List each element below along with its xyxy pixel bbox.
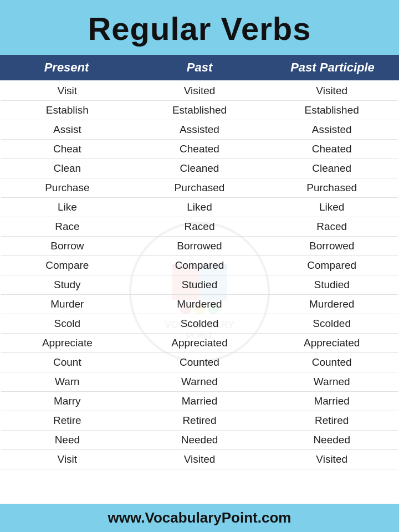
cell-past: Needed: [134, 431, 266, 449]
cell-past: Retired: [134, 411, 266, 430]
cell-participle: Visited: [265, 81, 398, 100]
cell-past: Liked: [134, 198, 266, 217]
cell-present: Establish: [1, 101, 134, 120]
cell-past: Assisted: [134, 120, 266, 139]
cell-participle: Appreciated: [265, 334, 398, 352]
cell-present: Visit: [1, 81, 134, 100]
cell-past: Raced: [134, 217, 266, 236]
cell-participle: Studied: [265, 275, 398, 294]
table-row: NeedNeededNeeded: [1, 431, 398, 450]
table-row: EstablishEstablishedEstablished: [1, 101, 398, 120]
cell-participle: Retired: [265, 411, 398, 430]
cell-past: Visited: [134, 450, 266, 469]
cell-present: Appreciate: [1, 334, 134, 352]
table-row: RaceRacedRaced: [1, 217, 398, 237]
table-row: ScoldScoldedScolded: [1, 314, 398, 334]
cell-participle: Murdered: [265, 295, 398, 314]
cell-past: Murdered: [134, 295, 266, 314]
cell-past: Studied: [134, 275, 266, 294]
table-row: RetireRetiredRetired: [1, 411, 398, 431]
cell-past: Borrowed: [134, 237, 266, 255]
cell-present: Clean: [1, 159, 134, 178]
cell-participle: Scolded: [265, 314, 398, 333]
cell-present: Retire: [1, 411, 134, 430]
table-row: CountCountedCounted: [1, 353, 398, 372]
cell-past: Cleaned: [134, 159, 266, 178]
cell-past: Compared: [134, 256, 266, 275]
table-row: AssistAssistedAssisted: [1, 120, 398, 140]
cell-present: Assist: [1, 120, 134, 139]
page-title: Regular Verbs: [6, 10, 393, 47]
table-row: BorrowBorrowedBorrowed: [1, 237, 398, 256]
cell-present: Visit: [1, 450, 134, 469]
footer-url: www.VocabularyPoint.com: [6, 509, 393, 526]
cell-present: Race: [1, 217, 134, 236]
verb-table: VisitVisitedVisitedEstablishEstablishedE…: [0, 80, 399, 470]
cell-participle: Borrowed: [265, 237, 398, 255]
table-row: AppreciateAppreciatedAppreciated: [1, 334, 398, 353]
table-row: VisitVisitedVisited: [1, 450, 398, 469]
table-row: LikeLikedLiked: [1, 198, 398, 217]
cell-participle: Raced: [265, 217, 398, 236]
cell-past: Cheated: [134, 140, 266, 158]
cell-past: Visited: [134, 81, 266, 100]
cell-present: Murder: [1, 295, 134, 314]
column-headers: Present Past Past Participle: [0, 55, 399, 80]
col-header-present: Present: [0, 60, 133, 75]
cell-past: Married: [134, 392, 266, 411]
cell-participle: Purchased: [265, 178, 398, 197]
cell-participle: Liked: [265, 198, 398, 217]
cell-present: Count: [1, 353, 134, 372]
cell-participle: Visited: [265, 450, 398, 469]
cell-past: Warned: [134, 372, 266, 391]
header: Regular Verbs: [0, 0, 399, 55]
cell-participle: Cleaned: [265, 159, 398, 178]
cell-present: Compare: [1, 256, 134, 275]
table-row: CheatCheatedCheated: [1, 140, 398, 159]
cell-present: Like: [1, 198, 134, 217]
cell-past: Purchased: [134, 178, 266, 197]
cell-present: Purchase: [1, 178, 134, 197]
cell-participle: Needed: [265, 431, 398, 449]
cell-present: Need: [1, 431, 134, 449]
table-row: CleanCleanedCleaned: [1, 159, 398, 178]
col-header-participle: Past Participle: [266, 60, 399, 75]
cell-participle: Counted: [265, 353, 398, 372]
cell-participle: Cheated: [265, 140, 398, 158]
cell-present: Cheat: [1, 140, 134, 158]
col-header-past: Past: [133, 60, 266, 75]
cell-participle: Warned: [265, 372, 398, 391]
cell-participle: Compared: [265, 256, 398, 275]
table-row: VisitVisitedVisited: [1, 81, 398, 101]
cell-present: Borrow: [1, 237, 134, 255]
table-row: PurchasePurchasedPurchased: [1, 178, 398, 198]
cell-past: Appreciated: [134, 334, 266, 352]
cell-past: Scolded: [134, 314, 266, 333]
cell-participle: Established: [265, 101, 398, 120]
table-row: CompareComparedCompared: [1, 256, 398, 275]
cell-past: Counted: [134, 353, 266, 372]
cell-present: Marry: [1, 392, 134, 411]
cell-participle: Assisted: [265, 120, 398, 139]
cell-present: Scold: [1, 314, 134, 333]
cell-participle: Married: [265, 392, 398, 411]
cell-present: Warn: [1, 372, 134, 391]
table-row: MurderMurderedMurdered: [1, 295, 398, 314]
table-area: VOCABULARY POINT VisitVisitedVisitedEsta…: [0, 80, 399, 504]
table-row: MarryMarriedMarried: [1, 392, 398, 411]
cell-present: Study: [1, 275, 134, 294]
cell-past: Established: [134, 101, 266, 120]
table-row: WarnWarnedWarned: [1, 372, 398, 392]
footer: www.VocabularyPoint.com: [0, 504, 399, 532]
table-row: StudyStudiedStudied: [1, 275, 398, 295]
page-wrapper: Regular Verbs Present Past Past Particip…: [0, 0, 399, 532]
